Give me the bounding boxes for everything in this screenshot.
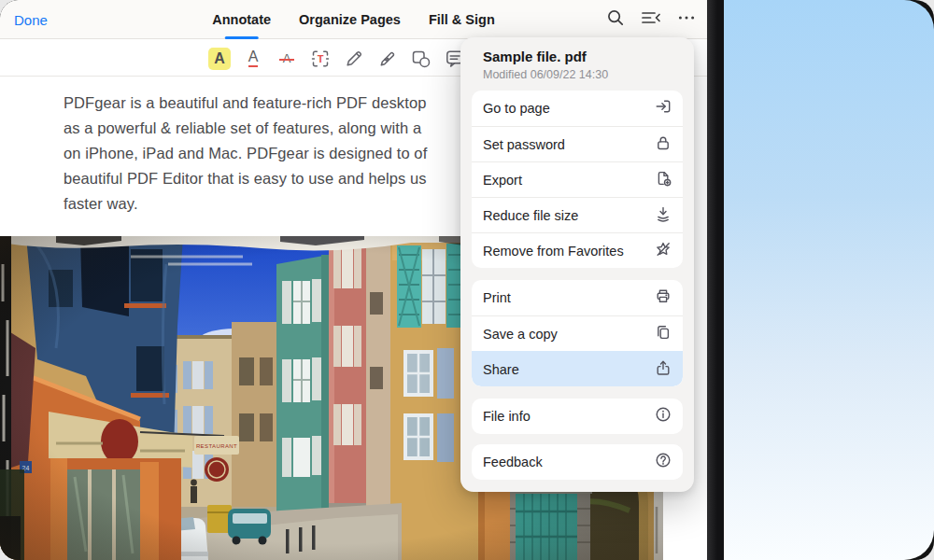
navbar: Done Annotate Organize Pages Fill & Sign [0, 0, 707, 39]
menu-item-set-password[interactable]: Set password [472, 126, 683, 161]
menu-header: Sample file. pdf Modified 06/09/22 14:30 [460, 37, 694, 91]
menu-item-reduce-file-size[interactable]: Reduce file size [472, 197, 683, 232]
export-icon [654, 169, 672, 191]
done-button[interactable]: Done [14, 0, 48, 39]
menu-item-print[interactable]: Print [472, 280, 683, 315]
table-of-contents-icon[interactable] [641, 9, 661, 30]
text-box-tool[interactable]: T [309, 48, 332, 70]
pdf-app-window: Done Annotate Organize Pages Fill & Sign [0, 0, 707, 560]
copy-icon [654, 323, 672, 345]
info-icon [654, 405, 672, 427]
menu-item-file-info[interactable]: File info [472, 399, 683, 434]
search-icon[interactable] [606, 8, 625, 31]
file-title: Sample file. pdf [483, 49, 679, 64]
desktop-wallpaper [724, 0, 934, 560]
doc-line: as a powerful & reliable set of features… [64, 116, 427, 141]
file-options-menu: Sample file. pdf Modified 06/09/22 14:30… [460, 37, 694, 492]
menu-item-remove-from-favorites[interactable]: Remove from Favorites [472, 232, 683, 268]
printer-icon [654, 287, 672, 309]
doc-line: PDFgear is a beautiful and feature-rich … [64, 91, 427, 116]
document-paragraph: PDFgear is a beautiful and feature-rich … [64, 91, 427, 217]
share-icon [654, 358, 672, 381]
compress-icon [654, 204, 672, 227]
menu-group-file-info: File info [472, 399, 683, 434]
menu-group-file-actions: Go to page Set password Export Reduce fi… [472, 91, 683, 268]
tab-organize-pages[interactable]: Organize Pages [299, 0, 401, 39]
menu-item-share[interactable]: Share [472, 351, 683, 386]
screenshot-frame: Done Annotate Organize Pages Fill & Sign [0, 0, 934, 560]
nav-tabs: Annotate Organize Pages Fill & Sign [212, 0, 495, 39]
doc-line: faster way. [64, 191, 427, 217]
go-to-page-icon [654, 97, 672, 119]
menu-item-go-to-page[interactable]: Go to page [472, 91, 683, 126]
menu-group-feedback: Feedback [472, 444, 683, 480]
menu-group-output-actions: Print Save a copy Share [472, 280, 683, 386]
highlight-text-tool[interactable]: A [208, 48, 231, 70]
menu-item-feedback[interactable]: Feedback [472, 444, 683, 480]
marker-pen-tool[interactable] [376, 48, 399, 70]
question-icon [654, 451, 672, 473]
file-modified-date: Modified 06/09/22 14:30 [483, 68, 679, 81]
tab-annotate[interactable]: Annotate [212, 0, 271, 39]
tab-fill-sign[interactable]: Fill & Sign [429, 0, 495, 39]
doc-line: beautiful PDF Editor that is easy to use… [64, 166, 427, 191]
shapes-tool[interactable] [410, 48, 432, 70]
menu-item-export[interactable]: Export [472, 161, 683, 197]
doc-line: on iPhone, iPad and Mac. PDFgear is desi… [64, 141, 427, 166]
more-options-icon[interactable] [677, 8, 696, 31]
strikethrough-text-tool[interactable]: A [276, 48, 298, 70]
lock-icon [654, 133, 672, 156]
device-bezel [707, 0, 724, 560]
pencil-tool[interactable] [343, 48, 365, 70]
menu-item-save-a-copy[interactable]: Save a copy [472, 315, 683, 351]
unfavorite-icon [654, 240, 672, 262]
underline-text-tool[interactable]: A [242, 48, 264, 70]
